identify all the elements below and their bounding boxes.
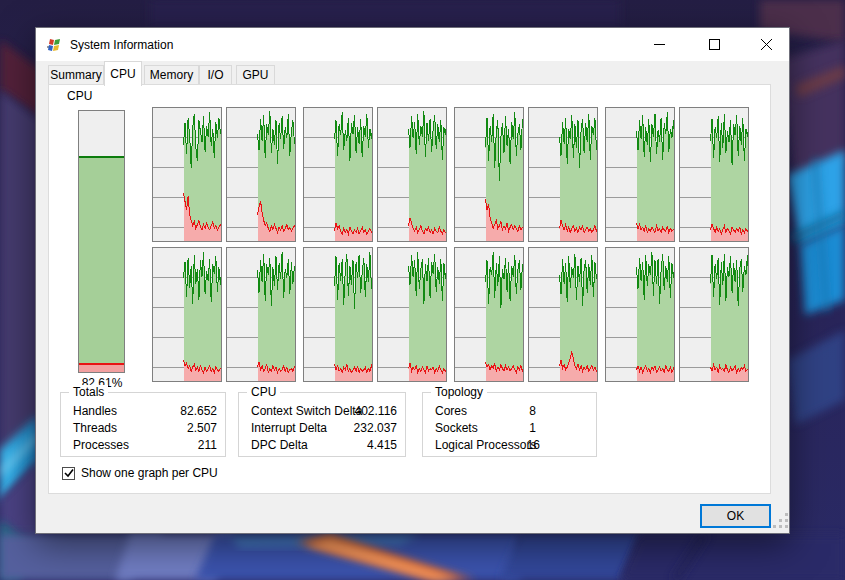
meter-green-line [79, 156, 124, 158]
close-icon [761, 39, 772, 50]
cpu-graph-cell [377, 107, 447, 242]
cpu-usage-graph [454, 247, 524, 382]
tab-memory[interactable]: Memory [144, 65, 199, 85]
stat-row: DPC Delta 4.415 [251, 438, 397, 454]
stat-row: Handles 82.652 [73, 404, 217, 420]
tab-io[interactable]: I/O [199, 65, 232, 85]
stat-value: 4.415 [367, 438, 397, 452]
stat-label: Handles [73, 404, 117, 418]
desktop: System Information Summary CPU Memory I/… [0, 0, 845, 580]
close-button[interactable] [746, 28, 786, 61]
cpu-usage-graph [152, 107, 222, 242]
minimize-button[interactable] [639, 28, 679, 61]
stat-value: 232.037 [354, 421, 397, 435]
cpu-usage-graph [679, 247, 749, 382]
resize-grip[interactable] [773, 513, 789, 529]
stat-label: Context Switch Delta [251, 404, 362, 418]
cpu-graph-cell [303, 247, 373, 382]
cpu-tab-page: CPU 82.61% Totals Handles 82.652 Threads… [48, 84, 771, 494]
minimize-icon [654, 39, 665, 50]
stat-row: Processes 211 [73, 438, 217, 454]
cpu-graph-cell [528, 247, 598, 382]
cpu-graph-cell [605, 247, 675, 382]
title-bar[interactable]: System Information [36, 28, 789, 61]
topology-groupbox: Topology Cores 8 Sockets 1 Logical Proce… [422, 392, 597, 457]
stat-row: Logical Processors 16 [435, 438, 588, 454]
totals-title: Totals [69, 385, 108, 399]
cpu-graph-cell [226, 247, 296, 382]
tab-gpu[interactable]: GPU [236, 65, 275, 85]
cpu-graph-cell [152, 107, 222, 242]
stat-value: 211 [198, 438, 217, 452]
stat-value: 8 [529, 404, 536, 418]
cpu-usage-graph [152, 247, 222, 382]
stat-value: 1 [529, 421, 536, 435]
stat-value: 16 [527, 438, 540, 452]
stat-row: Sockets 1 [435, 421, 588, 437]
stat-label: DPC Delta [251, 438, 308, 452]
cpu-usage-graph [454, 107, 524, 242]
cpu-group-title: CPU [247, 385, 280, 399]
stat-label: Processes [73, 438, 129, 452]
stat-label: Sockets [435, 421, 478, 435]
cpu-graph-cell [454, 247, 524, 382]
stat-value: 82.652 [180, 404, 217, 418]
tab-cpu[interactable]: CPU [104, 61, 142, 86]
stat-label: Logical Processors [435, 438, 536, 452]
cpu-usage-graph [605, 107, 675, 242]
checkbox-box[interactable] [62, 467, 75, 480]
show-one-graph-per-cpu-checkbox[interactable]: Show one graph per CPU [62, 466, 218, 480]
cpu-total-meter [78, 110, 125, 373]
cpu-graph-cell [377, 247, 447, 382]
cpu-graph-cell [226, 107, 296, 242]
cpu-graph-row-2 [152, 247, 749, 382]
checkbox-label: Show one graph per CPU [81, 466, 218, 480]
window-title: System Information [70, 38, 173, 52]
cpu-usage-graph [303, 247, 373, 382]
meter-red-fill [79, 365, 124, 372]
cpu-usage-graph [528, 107, 598, 242]
system-information-window: System Information Summary CPU Memory I/… [35, 27, 790, 534]
tab-summary[interactable]: Summary [48, 65, 104, 85]
stat-row: Interrupt Delta 232.037 [251, 421, 397, 437]
cpu-graph-cell [679, 247, 749, 382]
cpu-graph-cell [679, 107, 749, 242]
app-icon [46, 37, 62, 53]
cpu-usage-graph [377, 247, 447, 382]
cpu-graph-cell [605, 107, 675, 242]
topology-title: Topology [431, 385, 487, 399]
cpu-graph-cell [152, 247, 222, 382]
stat-label: Interrupt Delta [251, 421, 327, 435]
stat-value: 2.507 [187, 421, 217, 435]
stat-row: Cores 8 [435, 404, 588, 420]
ok-button[interactable]: OK [700, 504, 771, 528]
cpu-usage-graph [605, 247, 675, 382]
cpu-usage-graph [226, 247, 296, 382]
stat-row: Context Switch Delta 402.116 [251, 404, 397, 420]
cpu-usage-graph [303, 107, 373, 242]
cpu-graph-cell [303, 107, 373, 242]
stat-label: Threads [73, 421, 117, 435]
stat-value: 402.116 [355, 404, 398, 418]
cpu-usage-graph [528, 247, 598, 382]
cpu-meter-label: CPU [67, 89, 92, 103]
cpu-groupbox: CPU Context Switch Delta 402.116 Interru… [238, 392, 406, 457]
cpu-graph-cell [528, 107, 598, 242]
cpu-usage-graph [679, 107, 749, 242]
stat-row: Threads 2.507 [73, 421, 217, 437]
cpu-usage-graph [377, 107, 447, 242]
ok-button-label: OK [727, 509, 744, 523]
checkmark-icon [64, 468, 74, 478]
stat-label: Cores [435, 404, 467, 418]
maximize-icon [709, 39, 720, 50]
totals-groupbox: Totals Handles 82.652 Threads 2.507 Proc… [60, 392, 226, 457]
cpu-graph-cell [454, 107, 524, 242]
meter-red-line [79, 363, 124, 365]
cpu-graph-row-1 [152, 107, 749, 242]
maximize-button[interactable] [694, 28, 734, 61]
cpu-usage-graph [226, 107, 296, 242]
meter-green-fill [79, 156, 124, 365]
